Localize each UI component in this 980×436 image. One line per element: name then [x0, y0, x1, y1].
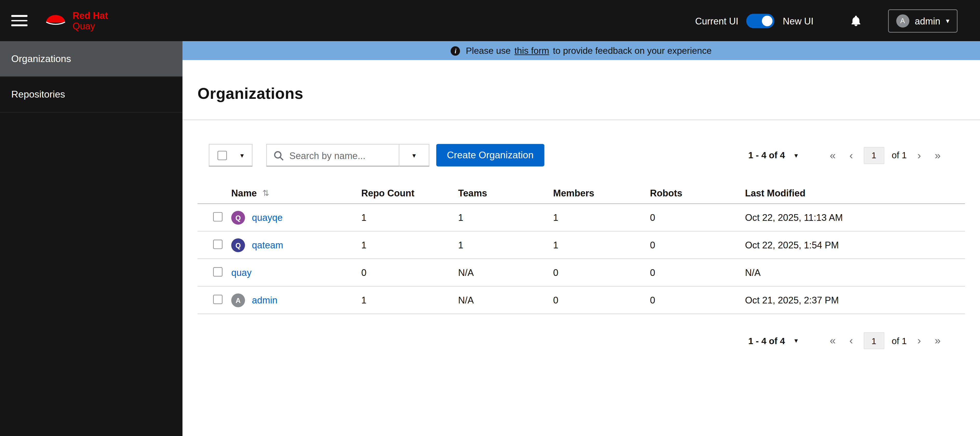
org-table-body: Qquayqe1110Oct 22, 2025, 11:13 AMQqateam… — [197, 204, 965, 314]
brand-line1: Red Hat — [73, 10, 108, 21]
pagination-nav: « ‹ of 1 › » — [823, 332, 948, 349]
brand-line2: Quay — [73, 21, 108, 31]
toolbar: ▾ ▾ Create Organization — [183, 144, 980, 166]
row-checkbox[interactable] — [213, 212, 223, 221]
first-page-button[interactable]: « — [823, 335, 843, 346]
sidebar-item-label: Organizations — [11, 53, 71, 65]
next-page-button[interactable]: › — [911, 335, 928, 346]
last-page-button[interactable]: » — [928, 150, 948, 160]
sort-icon[interactable]: ⇅ — [262, 188, 269, 198]
chevron-down-icon: ▾ — [794, 337, 798, 344]
top-bar: Red Hat Quay Current UI New UI A admin ▾ — [0, 0, 980, 41]
row-checkbox-cell — [197, 267, 231, 278]
pagination-bottom: 1 - 4 of 4 ▾ « ‹ of 1 › » — [748, 332, 947, 349]
pagination-range: 1 - 4 of 4 — [748, 150, 785, 160]
search-input[interactable] — [267, 145, 399, 166]
search-group: ▾ — [266, 144, 430, 166]
current-page-input[interactable] — [864, 147, 884, 164]
pagination-top: 1 - 4 of 4 ▾ « ‹ of 1 › » — [748, 147, 947, 164]
pagination-summary-toggle[interactable]: 1 - 4 of 4 ▾ — [748, 335, 798, 346]
row-checkbox[interactable] — [213, 267, 223, 276]
current-page-input[interactable] — [864, 332, 884, 349]
row-checkbox[interactable] — [213, 240, 223, 249]
robots-cell: 0 — [650, 212, 745, 223]
first-page-button[interactable]: « — [823, 150, 843, 160]
sidebar-item-organizations[interactable]: Organizations — [0, 41, 183, 77]
row-checkbox-cell — [197, 212, 231, 223]
search-box — [266, 144, 399, 166]
main-content: i Please use this form to provide feedba… — [183, 41, 980, 436]
quay-app: Red Hat Quay Current UI New UI A admin ▾… — [0, 0, 980, 436]
current-ui-label: Current UI — [695, 16, 738, 26]
pagination-summary-toggle[interactable]: 1 - 4 of 4 ▾ — [748, 150, 798, 160]
organizations-table: Name ⇅ Repo Count Teams Members Robots L… — [183, 183, 980, 314]
table-row: Qqateam1110Oct 22, 2025, 1:54 PM — [197, 232, 965, 259]
members-cell: 0 — [553, 267, 650, 278]
user-menu[interactable]: A admin ▾ — [888, 9, 958, 32]
org-link[interactable]: quay — [231, 267, 252, 278]
pagination-of-label: of 1 — [892, 150, 907, 160]
sidebar-item-repositories[interactable]: Repositories — [0, 77, 183, 113]
column-label: Last Modified — [745, 188, 805, 198]
chevron-down-icon: ▾ — [240, 152, 244, 159]
search-filter-dropdown[interactable]: ▾ — [399, 144, 430, 166]
notifications-bell-icon[interactable] — [850, 14, 861, 27]
repo-count-cell: 1 — [361, 240, 458, 250]
row-checkbox[interactable] — [213, 294, 223, 304]
repo-count-cell: 1 — [361, 212, 458, 223]
teams-cell: N/A — [458, 295, 553, 305]
column-label: Members — [553, 188, 594, 198]
members-cell: 0 — [553, 295, 650, 305]
repo-count-cell: 1 — [361, 295, 458, 305]
pagination-of-label: of 1 — [892, 335, 907, 346]
org-avatar: A — [231, 293, 245, 307]
members-cell: 1 — [553, 240, 650, 250]
prev-page-button[interactable]: ‹ — [842, 150, 860, 160]
org-avatar: Q — [231, 211, 245, 224]
sidebar-item-label: Repositories — [11, 89, 65, 100]
repo-count-cell: 0 — [361, 267, 458, 278]
column-header-last-modified: Last Modified — [745, 188, 965, 198]
prev-page-button[interactable]: ‹ — [842, 335, 860, 346]
pagination-range: 1 - 4 of 4 — [748, 335, 785, 346]
org-link[interactable]: quayqe — [252, 212, 283, 223]
org-link[interactable]: qateam — [252, 240, 283, 250]
last-page-button[interactable]: » — [928, 335, 948, 346]
sidebar: Organizations Repositories — [0, 41, 183, 436]
org-name-cell: Aadmin — [231, 293, 361, 307]
row-checkbox-cell — [197, 240, 231, 251]
column-header-name[interactable]: Name ⇅ — [231, 188, 361, 198]
hamburger-menu-icon[interactable] — [11, 15, 27, 26]
org-name-cell: quay — [231, 267, 361, 278]
bottom-pagination-row: 1 - 4 of 4 ▾ « ‹ of 1 › » — [183, 332, 980, 349]
last-modified-cell: Oct 21, 2025, 2:37 PM — [745, 295, 965, 305]
column-label: Teams — [458, 188, 487, 198]
bulk-select-checkbox[interactable] — [218, 150, 227, 160]
last-modified-cell: Oct 22, 2025, 1:54 PM — [745, 240, 965, 250]
org-name-cell: Qquayqe — [231, 211, 361, 224]
pagination-nav: « ‹ of 1 › » — [823, 147, 948, 164]
column-label: Robots — [650, 188, 682, 198]
column-label: Repo Count — [361, 188, 414, 198]
robots-cell: 0 — [650, 295, 745, 305]
feedback-banner: i Please use this form to provide feedba… — [183, 41, 980, 60]
next-page-button[interactable]: › — [911, 150, 928, 160]
chevron-down-icon: ▾ — [412, 152, 416, 159]
org-link[interactable]: admin — [252, 295, 277, 305]
bulk-select-dropdown[interactable]: ▾ — [209, 144, 253, 166]
banner-text-suffix: to provide feedback on your experience — [553, 46, 712, 56]
create-organization-button[interactable]: Create Organization — [436, 144, 544, 166]
robots-cell: 0 — [650, 240, 745, 250]
page-title: Organizations — [197, 85, 965, 103]
column-header-teams: Teams — [458, 188, 553, 198]
toggle-knob — [762, 16, 773, 26]
column-label: Name — [231, 188, 257, 198]
brand-logo[interactable]: Red Hat Quay — [45, 10, 108, 31]
last-modified-cell: N/A — [745, 267, 965, 278]
user-name: admin — [915, 16, 940, 26]
robots-cell: 0 — [650, 267, 745, 278]
feedback-form-link[interactable]: this form — [514, 46, 549, 56]
ui-toggle-switch[interactable] — [746, 13, 775, 28]
column-header-robots: Robots — [650, 188, 745, 198]
chevron-down-icon: ▾ — [794, 152, 798, 159]
